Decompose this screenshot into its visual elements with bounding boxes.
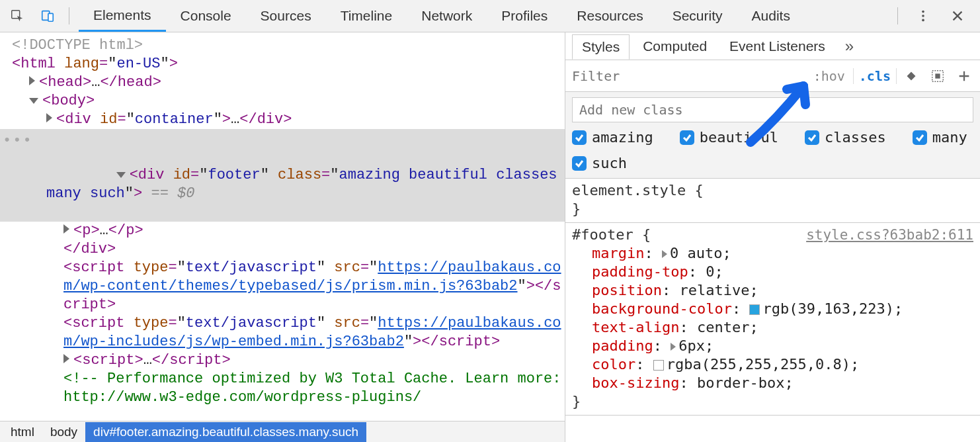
checkbox-icon[interactable] (572, 130, 587, 145)
filter-input[interactable] (572, 68, 805, 84)
expand-arrow-icon[interactable] (46, 113, 52, 122)
class-toggle[interactable]: beautiful (680, 129, 778, 146)
css-rule[interactable]: #footer { style.css?63bab2:611 margin: 0… (565, 223, 980, 416)
svg-rect-2 (48, 13, 53, 21)
svg-point-3 (922, 11, 924, 13)
styles-subtabs: Styles Computed Event Listeners » (565, 32, 980, 60)
class-toggle[interactable]: many (913, 129, 967, 146)
css-declaration[interactable]: padding-top: 0; (572, 263, 973, 281)
class-toggle[interactable]: amazing (572, 129, 653, 146)
color-swatch[interactable] (653, 360, 664, 371)
expand-triangle-icon[interactable] (662, 250, 667, 258)
tab-network[interactable]: Network (407, 0, 487, 32)
gutter-ellipsis-icon: ••• (3, 132, 33, 150)
checkbox-icon[interactable] (913, 130, 927, 145)
subtab-styles[interactable]: Styles (572, 34, 630, 60)
css-declaration[interactable]: position: relative; (572, 281, 973, 300)
more-tabs-icon[interactable]: » (845, 37, 854, 56)
devtools-toolbar: Elements Console Sources Timeline Networ… (0, 0, 980, 32)
class-editor: amazingbeautifulclassesmanysuch (565, 92, 980, 179)
separator (69, 7, 69, 24)
panel-tabs: Elements Console Sources Timeline Networ… (79, 0, 891, 32)
tab-sources[interactable]: Sources (246, 0, 326, 32)
class-toggle[interactable]: such (572, 155, 627, 171)
tab-audits[interactable]: Audits (737, 0, 805, 32)
checkbox-icon[interactable] (572, 156, 587, 171)
cls-toggle[interactable]: .cls (853, 68, 897, 84)
css-declaration[interactable]: box-sizing: border-box; (572, 374, 973, 392)
html-comment: <!-- Performance optimized by W3 Total C… (12, 370, 565, 407)
class-name: classes (825, 129, 886, 146)
breadcrumb-item-selected[interactable]: div#footer.amazing.beautiful.classes.man… (85, 422, 366, 442)
separator (897, 7, 898, 24)
color-swatch[interactable] (749, 304, 760, 315)
source-link[interactable]: style.css?63bab2:611 (806, 226, 973, 244)
collapse-arrow-icon[interactable] (116, 172, 126, 178)
add-class-input[interactable] (572, 97, 973, 122)
expand-triangle-icon[interactable] (671, 343, 676, 351)
collapse-arrow-icon[interactable] (29, 98, 38, 104)
class-name: such (592, 155, 627, 171)
selected-dom-node[interactable]: ••• <div id="footer" class="amazing beau… (0, 129, 565, 222)
add-rule-icon[interactable] (952, 69, 976, 83)
tab-profiles[interactable]: Profiles (487, 0, 562, 32)
inspect-icon[interactable] (3, 3, 32, 29)
css-declaration[interactable]: margin: 0 auto; (572, 244, 973, 263)
css-declaration[interactable]: color: rgba(255,255,255,0.8); (572, 355, 973, 374)
tab-resources[interactable]: Resources (562, 0, 657, 32)
styles-toolbar: :hov .cls (565, 60, 980, 92)
expand-arrow-icon[interactable] (63, 224, 69, 234)
css-declaration[interactable]: padding: 6px; (572, 337, 973, 355)
css-declaration[interactable]: background-color: rgb(39,163,223); (572, 300, 973, 318)
device-toggle-icon[interactable] (33, 3, 62, 29)
hov-toggle[interactable]: :hov (808, 68, 850, 84)
tab-console[interactable]: Console (166, 0, 246, 32)
expand-arrow-icon[interactable] (63, 354, 69, 363)
class-name: many (932, 129, 967, 146)
doctype: <!DOCTYPE html> (12, 37, 143, 54)
expand-arrow-icon[interactable] (29, 76, 35, 85)
subtab-computed[interactable]: Computed (633, 34, 716, 58)
checkbox-icon[interactable] (805, 130, 819, 145)
svg-rect-6 (907, 71, 916, 80)
css-declaration[interactable]: text-align: center; (572, 318, 973, 337)
close-icon[interactable] (943, 3, 972, 29)
dom-tree[interactable]: <!DOCTYPE html> <html lang="en-US"> <hea… (0, 32, 565, 421)
class-name: beautiful (700, 129, 778, 146)
class-name: amazing (592, 129, 653, 146)
tab-elements[interactable]: Elements (79, 0, 166, 32)
tab-security[interactable]: Security (658, 0, 737, 32)
breadcrumb-item[interactable]: html (3, 422, 42, 442)
svg-rect-8 (935, 73, 940, 78)
class-toggle[interactable]: classes (805, 129, 886, 146)
margins-icon[interactable] (926, 69, 950, 83)
svg-point-4 (922, 15, 924, 17)
svg-point-5 (922, 19, 924, 22)
diamond-icon[interactable] (899, 69, 923, 83)
tab-timeline[interactable]: Timeline (326, 0, 407, 32)
breadcrumb-item[interactable]: body (42, 422, 85, 442)
kebab-menu-icon[interactable] (909, 3, 938, 29)
checkbox-icon[interactable] (680, 130, 694, 145)
subtab-event-listeners[interactable]: Event Listeners (720, 34, 835, 58)
breadcrumb: html body div#footer.amazing.beautiful.c… (0, 421, 565, 442)
element-style-rule[interactable]: element.style { } (565, 179, 980, 223)
